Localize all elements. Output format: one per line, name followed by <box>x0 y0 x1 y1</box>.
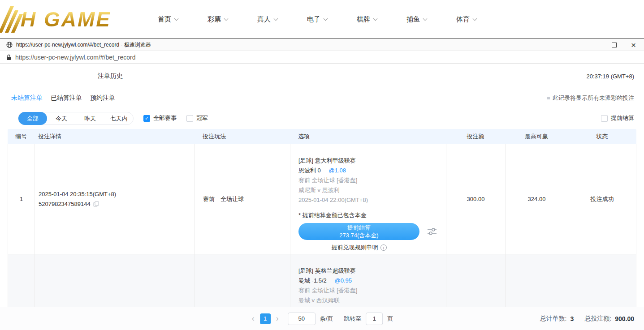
next-page-button[interactable]: › <box>275 314 280 323</box>
bet-id: 1 <box>8 144 35 254</box>
pill-yesterday[interactable]: 昨天 <box>76 112 104 125</box>
chevron-down-icon <box>373 16 378 21</box>
early-settlement-checkbox[interactable]: 提前结算 <box>601 114 634 122</box>
bet-record-table: 编号 投注详情 投注玩法 选项 投注额 最高可赢 状态 1 2025-01-04… <box>8 129 636 330</box>
maximize-button[interactable] <box>612 43 617 47</box>
checkbox-unchecked-icon <box>601 115 608 122</box>
pick-name: 恩波利 0 <box>298 167 321 174</box>
odds-value: @0.95 <box>334 277 352 284</box>
header-id: 编号 <box>8 133 35 141</box>
pill-week[interactable]: 七天内 <box>104 112 133 125</box>
pagination-bar: ‹ 1 › 条/页 跳转至 页 总计单数: 3 总投注额: 900.00 <box>0 307 644 330</box>
record-note: 此记录将显示所有未派彩的投注 <box>547 94 634 102</box>
window-title: https://user-pc-new.jylywl.com/#/bet_rec… <box>16 41 151 49</box>
logo-text: H GAME <box>21 9 111 30</box>
bet-time: 2025-01-04 20:35:15(GMT+8) <box>39 189 194 199</box>
chevron-down-icon <box>473 16 477 21</box>
jump-label: 跳转至 <box>344 315 361 323</box>
cashout-button-amount: 273.74(含本金) <box>339 231 378 239</box>
jump-page-input[interactable] <box>366 313 383 325</box>
nav-label: 体育 <box>456 15 470 24</box>
all-events-checkbox[interactable]: ✓ 全部赛事 <box>143 114 177 122</box>
nav-item-sports[interactable]: 体育 <box>456 15 476 24</box>
market-type: 赛前 全场让球 [香港盘] <box>298 176 446 185</box>
info-icon[interactable]: i <box>380 244 387 251</box>
match-teams: 曼城 v 西汉姆联 <box>298 296 446 305</box>
champion-checkbox[interactable]: 冠军 <box>186 114 208 122</box>
max-win: 324.00 <box>506 144 568 254</box>
pick-name: 曼城 -1.5/2 <box>298 277 327 284</box>
all-events-label: 全部赛事 <box>153 114 177 122</box>
nav-label: 彩票 <box>207 15 221 24</box>
tab-reserved[interactable]: 预约注单 <box>90 94 115 102</box>
close-button[interactable]: × <box>631 41 636 49</box>
league-name: [足球] 英格兰超级联赛 <box>298 266 446 276</box>
checkbox-checked-icon: ✓ <box>143 115 150 122</box>
cashout-rule-link[interactable]: 提前兑现规则申明 <box>332 244 378 252</box>
chevron-down-icon <box>274 16 278 21</box>
main-nav: 首页 彩票 真人 电子 棋牌 捕鱼 体育 <box>158 15 506 24</box>
pill-today[interactable]: 今天 <box>47 112 76 125</box>
nav-label: 首页 <box>158 15 171 24</box>
chevron-down-icon <box>174 16 179 21</box>
cashout-note: * 提前结算金额已包含本金 <box>298 210 446 220</box>
note-bullet-icon <box>547 97 550 99</box>
nav-item-live[interactable]: 真人 <box>257 15 277 24</box>
tab-unsettled[interactable]: 未结算注单 <box>11 94 43 102</box>
per-page-label: 条/页 <box>320 315 333 323</box>
date-filter-group: 全部 今天 昨天 七天内 <box>18 112 134 125</box>
jump-suffix-label: 页 <box>387 315 393 323</box>
nav-item-home[interactable]: 首页 <box>158 15 178 24</box>
cashout-button-title: 提前结算 <box>347 224 371 231</box>
header-option: 选项 <box>290 133 446 141</box>
browser-urlbar[interactable]: https://user-pc-new.jylywl.com/#/bet_rec… <box>0 51 644 64</box>
tab-settled[interactable]: 已结算注单 <box>51 94 82 102</box>
total-amount-value: 900.00 <box>615 315 634 322</box>
bet-status: 投注成功 <box>568 144 636 254</box>
totals: 总计单数: 3 总投注额: 900.00 <box>540 315 634 323</box>
bet-amount: 300.00 <box>446 144 506 254</box>
total-amount-label: 总投注额: <box>584 315 611 323</box>
site-header: H GAME 首页 彩票 真人 电子 棋牌 捕鱼 体育 <box>0 0 644 39</box>
minimize-button[interactable] <box>592 45 597 45</box>
slider-icon[interactable] <box>427 226 437 237</box>
total-count-value: 3 <box>570 315 574 322</box>
nav-item-slots[interactable]: 电子 <box>307 15 327 24</box>
table-body: 1 2025-01-04 20:35:15(GMT+8) 52079823475… <box>8 144 636 330</box>
table-row: 1 2025-01-04 20:35:15(GMT+8) 52079823475… <box>8 144 636 254</box>
header-status: 状态 <box>568 133 636 141</box>
pagination: ‹ 1 › 条/页 跳转至 页 <box>251 313 393 325</box>
league-name: [足球] 意大利甲级联赛 <box>298 156 446 166</box>
champion-label: 冠军 <box>196 114 208 122</box>
logo: H GAME <box>4 6 134 33</box>
chevron-down-icon <box>324 16 328 21</box>
lock-icon <box>6 54 11 60</box>
browser-titlebar: https://user-pc-new.jylywl.com/#/bet_rec… <box>0 39 644 51</box>
pill-all[interactable]: 全部 <box>18 112 47 125</box>
early-settlement-label: 提前结算 <box>611 114 634 122</box>
current-page[interactable]: 1 <box>260 313 271 324</box>
header-amount: 投注额 <box>446 133 505 141</box>
cashout-button[interactable]: 提前结算 273.74(含本金) <box>298 223 419 240</box>
prev-page-button[interactable]: ‹ <box>251 314 255 323</box>
nav-label: 捕鱼 <box>406 15 420 24</box>
page-time: 20:37:19 (GMT+8) <box>586 73 634 80</box>
nav-item-fishing[interactable]: 捕鱼 <box>406 15 427 24</box>
tabs-row: 未结算注单 已结算注单 预约注单 此记录将显示所有未派彩的投注 <box>0 89 644 107</box>
bet-play: 赛前 全场让球 <box>195 144 290 254</box>
page-title: 注单历史 <box>98 72 123 80</box>
page-size-input[interactable] <box>288 313 316 325</box>
header-play: 投注玩法 <box>194 133 290 141</box>
nav-item-lottery[interactable]: 彩票 <box>207 15 228 24</box>
odds-value: @1.08 <box>328 167 346 174</box>
chevron-down-icon <box>224 16 229 21</box>
cashout-rule-line: 提前兑现规则申明 i <box>298 244 419 252</box>
table-header: 编号 投注详情 投注玩法 选项 投注额 最高可赢 状态 <box>8 129 636 144</box>
match-teams: 威尼斯 v 恩波利 <box>298 185 446 195</box>
header-maxwin: 最高可赢 <box>505 133 568 141</box>
copy-icon[interactable] <box>93 201 99 207</box>
match-time: 2025-01-04 22:00(GMT+8) <box>298 195 446 205</box>
url-text: https://user-pc-new.jylywl.com/#/bet_rec… <box>15 54 135 61</box>
total-count-label: 总计单数: <box>540 315 567 323</box>
nav-item-cards[interactable]: 棋牌 <box>357 15 377 24</box>
